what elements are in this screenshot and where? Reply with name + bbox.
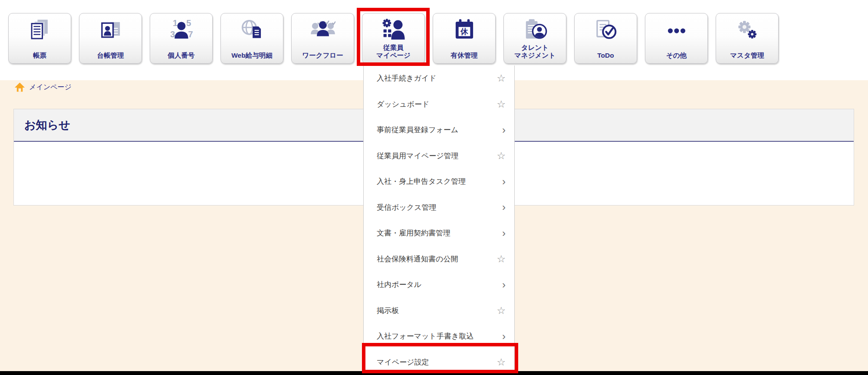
star-icon[interactable]: ☆ <box>496 99 506 109</box>
svg-text:休: 休 <box>460 27 468 36</box>
toolbar-button-leave-management[interactable]: 休 有休管理 <box>433 13 496 64</box>
toolbar-button-others[interactable]: その他 <box>645 13 708 64</box>
menu-item-pre-employee-registration-form[interactable]: 事前従業員登録フォーム › <box>364 117 514 143</box>
toolbar-button-label: ワークフロー <box>292 52 354 60</box>
menu-item-dashboard[interactable]: ダッシュボード ☆ <box>364 91 514 117</box>
menu-item-company-portal[interactable]: 社内ポータル › <box>364 272 514 298</box>
toolbar-button-label: 従業員 マイページ <box>362 44 424 60</box>
svg-text:7: 7 <box>188 29 193 39</box>
breadcrumb-label[interactable]: メインページ <box>29 83 72 92</box>
chevron-right-icon: › <box>502 125 506 135</box>
toolbar-button-label: Web給与明細 <box>221 52 283 60</box>
toolbar-button-label: 帳票 <box>9 52 71 60</box>
svg-text:1: 1 <box>172 18 177 28</box>
document-check-icon <box>593 18 618 43</box>
gear-person-icon <box>381 18 406 43</box>
toolbar-button-master-management[interactable]: マスタ管理 <box>716 13 779 64</box>
toolbar-button-label: その他 <box>645 52 707 60</box>
bottom-black-bar <box>0 371 868 375</box>
star-icon[interactable]: ☆ <box>496 73 506 83</box>
toolbar-button-label: 台帳管理 <box>79 52 141 60</box>
star-icon[interactable]: ☆ <box>496 357 506 367</box>
breadcrumb[interactable]: メインページ <box>14 81 72 93</box>
toolbar-button-label: 個人番号 <box>150 52 212 60</box>
globe-document-icon <box>240 18 265 43</box>
toolbar-button-label: タレント マネジメント <box>504 44 566 60</box>
menu-item-bulletin-board[interactable]: 掲示板 ☆ <box>364 298 514 324</box>
notice-panel-title: お知らせ <box>24 117 70 133</box>
chevron-right-icon: › <box>502 202 506 212</box>
star-icon[interactable]: ☆ <box>496 151 506 161</box>
toolbar-button-web-payslip[interactable]: Web給与明細 <box>220 13 283 64</box>
home-icon[interactable] <box>14 82 25 92</box>
toolbar-button-label: ToDo <box>575 52 637 60</box>
toolbar-button-workflow[interactable]: ワークフロー <box>291 13 354 64</box>
toolbar-button-forms[interactable]: 帳票 <box>8 13 71 64</box>
ledger-icon <box>98 18 123 43</box>
menu-item-handwritten-format-import[interactable]: 入社フォーマット手書き取込 › <box>364 323 514 349</box>
clipboard-person-icon <box>523 18 548 43</box>
chevron-right-icon: › <box>502 176 506 187</box>
app-window: 帳票 台帳管理 15 37 個人番号 <box>0 0 868 375</box>
calendar-leave-icon: 休 <box>452 18 477 43</box>
menu-item-onboarding-task-admin[interactable]: 入社・身上申告タスク管理 › <box>364 169 514 195</box>
menu-item-inbox-admin[interactable]: 受信ボックス管理 › <box>364 195 514 221</box>
toolbar-button-employee-mypage[interactable]: 従業員 マイページ <box>362 13 425 64</box>
person-number-icon: 15 37 <box>169 18 194 43</box>
chevron-right-icon: › <box>502 280 506 290</box>
menu-item-onboarding-guide[interactable]: 入社手続きガイド ☆ <box>364 65 514 91</box>
star-icon[interactable]: ☆ <box>496 254 506 264</box>
workflow-people-icon <box>310 18 335 43</box>
chevron-right-icon: › <box>502 331 506 342</box>
menu-item-social-insurance-notice[interactable]: 社会保険料通知書の公開 ☆ <box>364 246 514 272</box>
chevron-right-icon: › <box>502 228 506 238</box>
toolbar-button-label: マスタ管理 <box>716 52 778 60</box>
documents-icon <box>27 18 53 43</box>
svg-text:5: 5 <box>186 18 191 28</box>
gears-icon <box>735 18 760 43</box>
menu-item-employee-mypage-admin[interactable]: 従業員用マイページ管理 ☆ <box>364 143 514 169</box>
employee-mypage-dropdown-menu: 入社手続きガイド ☆ ダッシュボード ☆ 事前従業員登録フォーム › 従業員用マ… <box>363 65 515 375</box>
toolbar-button-ledger[interactable]: 台帳管理 <box>79 13 142 64</box>
ellipsis-icon <box>664 18 689 43</box>
toolbar-button-todo[interactable]: ToDo <box>574 13 637 64</box>
toolbar-button-mynumber[interactable]: 15 37 個人番号 <box>150 13 213 64</box>
star-icon[interactable]: ☆ <box>496 306 506 316</box>
toolbar-button-label: 有休管理 <box>433 52 495 60</box>
svg-text:3: 3 <box>170 29 175 39</box>
toolbar-button-talent-management[interactable]: タレント マネジメント <box>503 13 566 64</box>
menu-item-document-contract-admin[interactable]: 文書・雇用契約書管理 › <box>364 220 514 246</box>
